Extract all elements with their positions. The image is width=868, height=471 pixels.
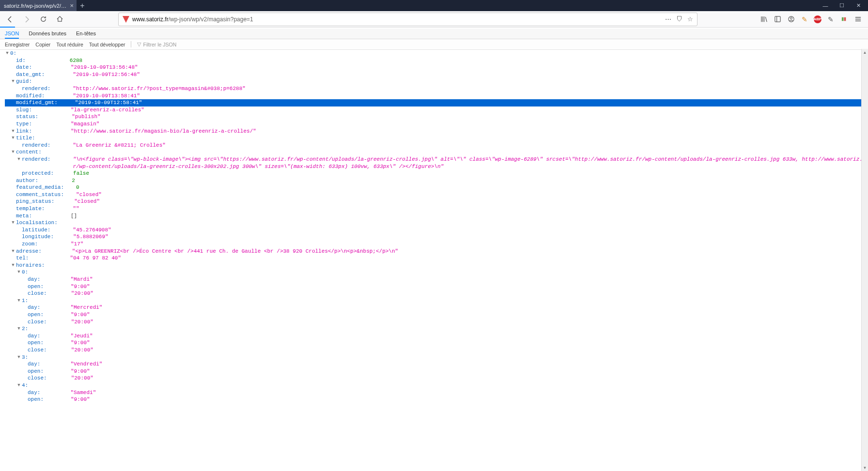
scroll-up-icon[interactable]: ▲ xyxy=(862,49,868,50)
adblock-icon[interactable]: ABP xyxy=(814,15,822,23)
svg-point-3 xyxy=(790,17,792,19)
minimize-icon[interactable]: — xyxy=(822,3,828,9)
tab-title: satoriz.fr/wp-json/wp/v2/magasin xyxy=(4,3,67,9)
arrow-left-icon xyxy=(6,15,14,23)
site-identity-icon xyxy=(123,16,129,23)
maximize-icon[interactable]: ☐ xyxy=(839,2,845,9)
arrow-right-icon xyxy=(23,15,31,23)
new-tab-button[interactable]: + xyxy=(77,0,88,11)
reload-button[interactable] xyxy=(37,13,49,26)
extension-icon-3[interactable] xyxy=(840,15,849,24)
back-button[interactable] xyxy=(4,13,16,26)
funnel-icon: ▽ xyxy=(137,41,141,47)
account-icon[interactable] xyxy=(787,15,795,24)
svg-rect-4 xyxy=(841,17,843,21)
reader-icon[interactable]: ⛉ xyxy=(676,15,682,23)
svg-rect-0 xyxy=(775,16,780,22)
home-icon xyxy=(56,15,63,23)
home-button[interactable] xyxy=(53,13,66,26)
json-view-tabs: JSON Données brutes En-têtes xyxy=(0,29,868,39)
page-actions-icon[interactable]: ⋯ xyxy=(665,15,671,23)
extension-icon-2[interactable]: ✎ xyxy=(826,15,835,24)
tab-headers[interactable]: En-têtes xyxy=(76,29,96,39)
navigation-bar: www.satoriz.fr/wp-json/wp/v2/magasin?pag… xyxy=(0,11,868,28)
menu-icon[interactable] xyxy=(853,15,862,24)
action-collapse-all[interactable]: Tout réduire xyxy=(56,42,83,47)
filter-field[interactable]: ▽ Filtrer le JSON xyxy=(137,41,176,47)
browser-tab[interactable]: satoriz.fr/wp-json/wp/v2/magasin × xyxy=(0,0,77,11)
active-tab-indicator xyxy=(0,27,15,28)
extension-icon-1[interactable]: ✎ xyxy=(800,15,809,24)
url-bar[interactable]: www.satoriz.fr/wp-json/wp/v2/magasin?pag… xyxy=(118,13,698,26)
json-tree: ▼0: id:6288 date:"2019-10-09T13:56:48" d… xyxy=(0,49,868,50)
filter-placeholder: Filtrer le JSON xyxy=(143,42,176,47)
close-window-icon[interactable]: ✕ xyxy=(855,2,861,9)
tab-json[interactable]: JSON xyxy=(5,29,19,39)
action-copy[interactable]: Copier xyxy=(35,42,50,47)
json-action-bar: Enregistrer Copier Tout réduire Tout dév… xyxy=(0,39,868,50)
action-expand-all[interactable]: Tout développer xyxy=(89,42,125,47)
toolbar-right: ✎ ABP ✎ xyxy=(760,15,864,24)
action-save[interactable]: Enregistrer xyxy=(5,42,30,47)
bookmark-star-icon[interactable]: ☆ xyxy=(687,15,693,23)
forward-button[interactable] xyxy=(20,13,33,26)
window-titlebar: satoriz.fr/wp-json/wp/v2/magasin × + — ☐… xyxy=(0,0,868,11)
url-text: www.satoriz.fr/wp-json/wp/v2/magasin?pag… xyxy=(132,16,662,23)
svg-rect-5 xyxy=(844,17,846,21)
close-tab-icon[interactable]: × xyxy=(70,2,74,9)
vertical-scrollbar[interactable]: ▲ ▼ xyxy=(861,49,868,50)
library-icon[interactable] xyxy=(760,15,768,24)
window-controls: — ☐ ✕ xyxy=(816,0,868,11)
tab-raw[interactable]: Données brutes xyxy=(29,29,66,39)
json-tree-panel[interactable]: ▼0: id:6288 date:"2019-10-09T13:56:48" d… xyxy=(0,49,868,50)
reload-icon xyxy=(40,15,47,23)
sidebar-icon[interactable] xyxy=(773,15,782,24)
